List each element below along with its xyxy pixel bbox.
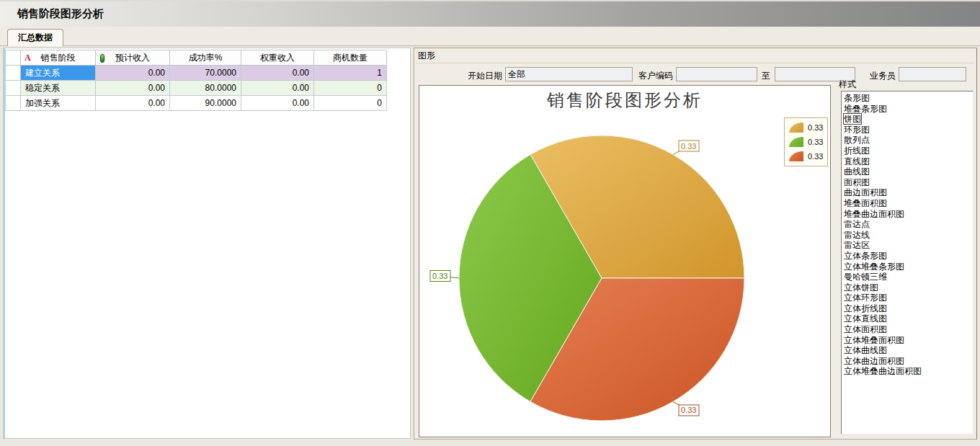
app-window: 销售阶段图形分析 汇总数据 A 销售阶段 预计收入 <box>0 0 980 446</box>
list-item[interactable]: 立体堆叠面积图 <box>842 335 973 346</box>
list-item[interactable]: 直线图 <box>842 156 973 167</box>
row-indicator-cell[interactable] <box>6 66 21 81</box>
start-date-input[interactable] <box>505 67 633 81</box>
list-item[interactable]: 雷达区 <box>842 240 973 251</box>
salesman-input[interactable] <box>899 67 966 81</box>
legend-marker-icon <box>789 122 803 133</box>
list-item[interactable]: 雷达点 <box>842 219 973 230</box>
legend-item: 0.33 <box>789 135 823 148</box>
summary-grid-panel: A 销售阶段 预计收入 成功率% 权重收入 商机数量 <box>3 48 411 439</box>
cell-success[interactable]: 70.0000 <box>170 66 241 81</box>
caption-separator <box>416 63 974 63</box>
list-item[interactable]: 立体堆叠条形图 <box>842 262 973 272</box>
legend-label: 0.33 <box>808 123 823 132</box>
list-item[interactable]: 曼哈顿三维 <box>842 272 973 282</box>
cell-stage[interactable]: 加强关系 <box>21 96 96 111</box>
row-indicator-cell[interactable] <box>6 96 21 111</box>
list-item[interactable]: 环形图 <box>842 125 973 135</box>
tabstrip-divider <box>0 45 980 46</box>
list-item[interactable]: 堆叠条形图 <box>842 104 973 115</box>
cell-stage[interactable]: 建立关系 <box>21 66 96 81</box>
list-item[interactable]: 堆叠曲边面积图 <box>842 209 973 220</box>
legend-item: 0.33 <box>789 150 823 163</box>
salesman-label: 业务员 <box>865 70 896 82</box>
cell-expected[interactable]: 0.00 <box>96 96 170 111</box>
list-item[interactable]: 立体曲边面积图 <box>842 356 973 367</box>
pie-chart: 0.330.330.33 <box>419 86 830 437</box>
chart-title: 销售阶段图形分析 <box>419 89 830 112</box>
cell-stage[interactable]: 稳定关系 <box>21 81 96 96</box>
col-header-label: 销售阶段 <box>41 53 76 63</box>
to-label: 至 <box>762 70 773 82</box>
list-item[interactable]: 饼图 <box>842 114 973 125</box>
red-a-icon: A <box>24 53 31 63</box>
graph-panel: 图形 开始日期 客户编码 至 业务员 0.330.330.33 销售阶段图形分析… <box>414 48 977 440</box>
list-item[interactable]: 条形图 <box>842 93 973 104</box>
list-item[interactable]: 立体直线图 <box>842 313 973 324</box>
cell-count[interactable]: 1 <box>314 66 387 81</box>
table-row[interactable]: 建立关系0.0070.00000.001 <box>6 66 387 81</box>
list-item[interactable]: 立体环形图 <box>842 293 973 303</box>
chart-legend: 0.330.330.33 <box>784 117 828 166</box>
cell-count[interactable]: 0 <box>314 81 387 96</box>
list-item[interactable]: 散列点 <box>842 135 973 146</box>
col-header-count[interactable]: 商机数量 <box>314 50 387 66</box>
list-item[interactable]: 立体曲线图 <box>842 345 973 356</box>
cell-weighted[interactable]: 0.00 <box>241 81 314 96</box>
legend-item: 0.33 <box>789 121 823 134</box>
table-row[interactable]: 加强关系0.0090.00000.000 <box>6 96 387 111</box>
legend-marker-icon <box>789 151 803 161</box>
col-header-label: 成功率% <box>189 53 223 63</box>
list-item[interactable]: 雷达线 <box>842 230 973 241</box>
row-indicator-cell[interactable] <box>6 81 21 96</box>
list-item[interactable]: 立体饼图 <box>842 282 973 293</box>
graph-panel-caption: 图形 <box>418 50 435 62</box>
start-date-label: 开始日期 <box>458 70 502 82</box>
cell-count[interactable]: 0 <box>314 96 387 111</box>
slice-value-label: 0.33 <box>681 142 696 151</box>
list-item[interactable]: 堆叠面积图 <box>842 198 973 209</box>
list-item[interactable]: 立体面积图 <box>842 324 973 335</box>
cell-expected[interactable]: 0.00 <box>96 66 170 81</box>
slice-value-label: 0.33 <box>432 272 447 280</box>
cell-weighted[interactable]: 0.00 <box>241 96 314 111</box>
green-pill-icon <box>100 54 104 63</box>
col-header-label: 权重收入 <box>260 53 295 63</box>
stage-table-body: 建立关系0.0070.00000.001稳定关系0.0080.00000.000… <box>6 66 387 111</box>
legend-label: 0.33 <box>808 138 823 146</box>
cell-success[interactable]: 80.0000 <box>170 81 241 96</box>
customer-code-label: 客户编码 <box>634 70 673 82</box>
page-title: 销售阶段图形分析 <box>17 7 104 21</box>
list-item[interactable]: 立体条形图 <box>842 251 973 262</box>
cell-success[interactable]: 90.0000 <box>170 96 241 111</box>
legend-label: 0.33 <box>808 152 823 161</box>
tab-summary-data[interactable]: 汇总数据 <box>7 29 63 46</box>
col-header-label: 商机数量 <box>333 53 368 63</box>
col-header-expected[interactable]: 预计收入 <box>96 50 170 66</box>
list-item[interactable]: 曲边面积图 <box>842 187 973 198</box>
table-row[interactable]: 稳定关系0.0080.00000.000 <box>6 81 387 96</box>
col-header-success[interactable]: 成功率% <box>170 50 241 66</box>
styles-panel-caption: 样式 <box>839 79 856 91</box>
chart-area: 0.330.330.33 销售阶段图形分析 0.330.330.33 <box>419 85 831 437</box>
col-header-weighted[interactable]: 权重收入 <box>241 50 314 66</box>
list-item[interactable]: 面积图 <box>842 177 973 188</box>
list-item[interactable]: 立体堆叠曲边面积图 <box>842 366 973 377</box>
list-item[interactable]: 立体折线图 <box>842 303 973 314</box>
slice-value-label: 0.33 <box>681 406 696 414</box>
list-item[interactable]: 折线图 <box>842 146 973 156</box>
cell-weighted[interactable]: 0.00 <box>241 66 314 81</box>
list-item[interactable]: 曲线图 <box>842 166 973 177</box>
legend-marker-icon <box>789 137 803 147</box>
table-header-row: A 销售阶段 预计收入 成功率% 权重收入 商机数量 <box>6 50 387 66</box>
col-header-label: 预计收入 <box>115 53 150 63</box>
chart-style-listbox[interactable]: 条形图堆叠条形图饼图环形图散列点折线图直线图曲线图面积图曲边面积图堆叠面积图堆叠… <box>841 91 974 434</box>
stage-table: A 销售阶段 预计收入 成功率% 权重收入 商机数量 <box>5 50 387 111</box>
tab-strip: 汇总数据 <box>0 27 980 46</box>
customer-code-input[interactable] <box>676 67 757 81</box>
col-header-stage[interactable]: A 销售阶段 <box>21 50 96 66</box>
row-indicator-header <box>6 50 21 66</box>
cell-expected[interactable]: 0.00 <box>96 81 170 96</box>
window-titlebar: 销售阶段图形分析 <box>0 0 980 27</box>
